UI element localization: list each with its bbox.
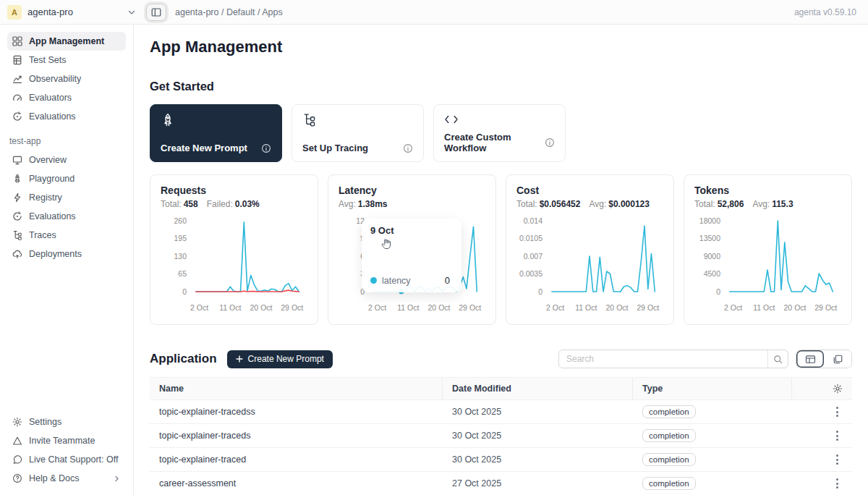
card-view-button[interactable] (824, 350, 851, 368)
svg-text:0: 0 (716, 287, 720, 296)
gauge-icon (12, 93, 22, 103)
requests-chart[interactable]: 2601951306502 Oct11 Oct20 Oct29 Oct (161, 215, 307, 319)
table-view-button[interactable] (796, 350, 824, 368)
table-row[interactable]: topic-explainer-tracedss 30 Oct 2025 com… (150, 400, 852, 424)
latency-chart-card: Latency Avg:1.38ms 1296302 Oct11 Oct20 O… (328, 174, 496, 325)
card-label: Create Custom Workflow (444, 132, 545, 153)
chart-title: Requests (161, 185, 307, 196)
app-date-modified: 30 Oct 2025 (443, 454, 633, 465)
chart-tooltip: 9 Oct latency 0 (362, 219, 461, 292)
top-bar: A agenta-pro agenta-pro / Default / Apps… (0, 0, 868, 25)
chart-stats: Avg:1.38ms (339, 199, 485, 209)
sidebar-item-label: Evaluations (29, 211, 76, 221)
lightning-icon (12, 192, 22, 203)
main-content: App Management Get Started Create New Pr… (134, 25, 868, 495)
sidebar-item-label: Observability (29, 74, 81, 84)
info-icon[interactable] (545, 138, 555, 148)
tooltip-date: 9 Oct (370, 225, 453, 236)
app-name: career-assessment (150, 478, 443, 488)
sidebar-item-deployments[interactable]: Deployments (7, 245, 126, 263)
svg-text:11 Oct: 11 Oct (219, 303, 241, 312)
sidebar-item-live-chat[interactable]: Live Chat Support: Off (7, 450, 126, 469)
info-icon[interactable] (403, 143, 413, 153)
svg-text:130: 130 (174, 252, 187, 261)
svg-text:20 Oct: 20 Oct (606, 303, 629, 312)
monitor-icon (12, 155, 22, 165)
chart-title: Tokens (694, 185, 841, 196)
info-icon[interactable] (261, 143, 271, 153)
tree-icon (302, 113, 413, 127)
create-custom-workflow-card[interactable]: Create Custom Workflow (433, 104, 566, 162)
workspace-selector[interactable]: A agenta-pro (7, 5, 136, 20)
sidebar-item-app-management[interactable]: App Management (7, 32, 126, 51)
table-row[interactable]: career-assessment 27 Oct 2025 completion (150, 472, 852, 495)
app-date-modified: 30 Oct 2025 (443, 407, 633, 417)
svg-text:2 Oct: 2 Oct (368, 303, 386, 312)
set-up-tracing-card[interactable]: Set Up Tracing (292, 104, 424, 162)
row-menu-icon[interactable] (832, 475, 843, 491)
app-date-modified: 30 Oct 2025 (443, 431, 633, 441)
svg-text:0.014: 0.014 (524, 216, 542, 225)
sidebar-item-label: Help & Docs (29, 473, 79, 483)
series-dot-icon (370, 277, 377, 284)
create-new-prompt-card[interactable]: Create New Prompt (150, 104, 282, 162)
svg-text:0: 0 (182, 287, 187, 296)
metrics-chart-row: Requests Total:458 Failed:0.03% 26019513… (150, 174, 852, 325)
sidebar-item-label: Registry (29, 192, 62, 203)
row-menu-icon[interactable] (832, 404, 843, 420)
sidebar-item-settings[interactable]: Settings (7, 412, 126, 431)
sidebar-item-label: Traces (29, 230, 56, 240)
sidebar-item-playground[interactable]: Playground (7, 169, 126, 188)
create-new-prompt-button[interactable]: Create New Prompt (227, 350, 333, 368)
search-icon[interactable] (767, 350, 788, 368)
sidebar-item-overview[interactable]: Overview (7, 151, 126, 169)
page-title: App Management (150, 38, 852, 56)
refresh-circle-icon (12, 211, 22, 221)
table-row[interactable]: topic-explainer-traced 30 Oct 2025 compl… (150, 448, 852, 472)
svg-text:2 Oct: 2 Oct (190, 303, 208, 312)
sidebar-item-traces[interactable]: Traces (7, 226, 126, 245)
sidebar-item-registry[interactable]: Registry (7, 188, 126, 207)
chevron-right-icon (113, 475, 121, 483)
row-menu-icon[interactable] (832, 428, 843, 444)
sidebar-item-invite-teammate[interactable]: Invite Teammate (7, 431, 126, 450)
search-input[interactable] (559, 354, 767, 364)
app-date-modified: 27 Oct 2025 (443, 478, 633, 488)
row-menu-icon[interactable] (832, 452, 843, 468)
trend-chart-icon (12, 74, 22, 84)
cost-chart[interactable]: 0.0140.01050.0070.003502 Oct11 Oct20 Oct… (516, 215, 663, 319)
sidebar-toggle-button[interactable] (146, 4, 166, 21)
search-box (558, 350, 788, 368)
sidebar-item-label: Settings (29, 417, 61, 427)
sidebar-item-app-evaluations[interactable]: Evaluations (7, 207, 126, 226)
panel-left-icon (151, 7, 161, 17)
column-settings-icon[interactable] (833, 384, 843, 394)
rocket-icon (161, 113, 271, 127)
column-header-name[interactable]: Name (150, 378, 443, 399)
sidebar: App Management Test Sets Observability E… (0, 25, 134, 495)
svg-text:20 Oct: 20 Oct (250, 303, 273, 312)
sidebar-footer: Settings Invite Teammate Live Chat Suppo… (7, 412, 126, 488)
column-header-type[interactable]: Type (633, 378, 792, 399)
sidebar-item-label: Test Sets (29, 55, 66, 65)
sidebar-item-help-docs[interactable]: Help & Docs (7, 469, 126, 488)
table-row[interactable]: topic-explainer-traceds 30 Oct 2025 comp… (150, 424, 852, 448)
chart-stats: Total:458 Failed:0.03% (161, 199, 307, 209)
svg-text:2 Oct: 2 Oct (546, 303, 564, 312)
gear-icon (12, 417, 22, 427)
sidebar-item-test-sets[interactable]: Test Sets (7, 51, 126, 69)
cost-chart-card: Cost Total:$0.056452 Avg:$0.000123 0.014… (506, 174, 674, 325)
column-header-date-modified[interactable]: Date Modified (443, 378, 633, 399)
breadcrumb[interactable]: agenta-pro / Default / Apps (175, 7, 283, 17)
tooltip-series-name: latency (382, 276, 411, 286)
get-started-cards: Create New Prompt Set Up Tracing (150, 104, 852, 162)
tokens-chart[interactable]: 18000135009000450002 Oct11 Oct20 Oct29 O… (694, 215, 841, 319)
sidebar-item-evaluations[interactable]: Evaluations (7, 107, 126, 126)
sidebar-item-observability[interactable]: Observability (7, 69, 126, 88)
chart-stats: Total:52,806 Avg:115.3 (694, 199, 841, 209)
sidebar-item-label: Deployments (29, 249, 82, 259)
sidebar-item-label: Live Chat Support: Off (29, 454, 118, 465)
sidebar-item-evaluators[interactable]: Evaluators (7, 88, 126, 107)
svg-text:29 Oct: 29 Oct (281, 303, 303, 312)
svg-text:0.0105: 0.0105 (519, 234, 542, 242)
